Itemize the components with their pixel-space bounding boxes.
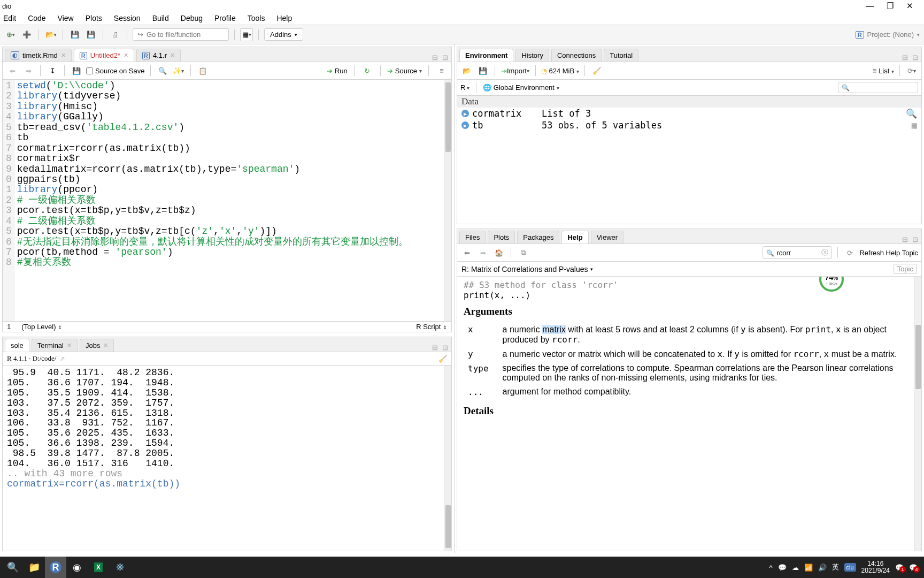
pane-minimize-icon[interactable]: ⊟ [902,54,908,62]
wand-icon[interactable]: ✨ [172,64,185,77]
forward-icon[interactable]: ➡ [22,64,35,77]
console-output[interactable]: 95.9 40.5 1171. 48.2 2836. 105. 36.6 170… [3,366,451,551]
menu-session[interactable]: Session [114,14,141,22]
wechat-tray-icon[interactable]: 💬 [778,564,787,572]
upload-tray-icon[interactable]: ☁ [792,564,799,572]
expand-icon[interactable]: ▶ [461,121,469,129]
menu-debug[interactable]: Debug [181,14,203,22]
goto-file-input[interactable]: ↪ Go to file/function [133,28,229,41]
popup-icon[interactable]: ⇗ [59,355,65,363]
load-workspace-icon[interactable]: 📂 [460,64,473,77]
tab-environment[interactable]: Environment [459,49,513,62]
clear-search-icon[interactable]: ⓧ [821,248,828,257]
tab-connections[interactable]: Connections [551,49,602,62]
pane-maximize-icon[interactable]: ⊡ [912,54,918,62]
pane-maximize-icon[interactable]: ⊡ [912,235,918,244]
menu-tools[interactable]: Tools [248,14,265,22]
env-search-input[interactable] [838,82,918,93]
menu-build[interactable]: Build [152,14,169,22]
refresh-env-icon[interactable]: ⟳ [905,64,918,77]
env-row-tb[interactable]: ▶ tb 53 obs. of 5 variables ▦ [457,119,921,131]
help-popout-icon[interactable]: ⧉ [517,246,529,259]
run-button[interactable]: ➔ Run [327,67,348,75]
find-in-topic-input[interactable]: Topic [894,264,917,274]
env-row-cormatrix[interactable]: ▶ cormatrix List of 3 🔍 ⸾ [457,108,921,119]
help-search-input[interactable]: rcorr ⓧ [763,246,832,259]
code-content[interactable]: setwd('D:\\code') library(tidyverse) lib… [15,80,410,321]
menu-plots[interactable]: Plots [86,14,102,22]
file-explorer-icon[interactable]: 📁 [24,557,45,578]
tab-files[interactable]: Files [459,231,486,244]
help-scrollbar[interactable] [914,277,921,551]
rerun-icon[interactable]: ↻ [361,64,374,77]
ime-indicator[interactable]: 英 [832,562,839,572]
outline-icon[interactable]: ≡ [435,64,448,77]
view-mode-list[interactable]: ≡ List [873,67,894,75]
minimize-icon[interactable]: ― [866,1,874,11]
tab-console[interactable]: sole [5,339,29,352]
save-workspace-icon[interactable]: 💾 [476,64,489,77]
tab-help[interactable]: Help [561,231,588,244]
close-icon[interactable]: ✕ [906,1,913,11]
print-icon[interactable]: 🖨 [109,28,121,41]
expand-icon[interactable]: ▶ [461,110,469,117]
tab-untitled2[interactable]: R Untitled2* ✕ [74,49,134,62]
scope-selector[interactable]: (Top Level) ⇕ [21,323,62,331]
tab-close-icon[interactable]: ✕ [61,52,66,59]
show-in-pane-icon[interactable]: ↧ [46,64,59,77]
maximize-icon[interactable]: ❐ [887,1,894,11]
new-project-icon[interactable]: ➕ [20,28,33,41]
tab-close-icon[interactable]: ✕ [67,342,72,349]
notebook-icon[interactable]: 📋 [196,64,209,77]
tab-terminal[interactable]: Terminal ✕ [32,339,78,352]
help-back-icon[interactable]: ⬅ [460,246,473,259]
menu-code[interactable]: Code [28,14,45,22]
clear-env-icon[interactable]: 🧹 [590,64,603,77]
source-button[interactable]: ➔ Source [387,67,422,75]
pane-minimize-icon[interactable]: ⊟ [432,344,438,352]
menu-profile[interactable]: Profile [214,14,236,22]
tab-41r[interactable]: R 4.1.r ✕ [136,49,181,62]
new-file-icon[interactable]: ⊕▾ [4,28,17,41]
tab-timetk[interactable]: ◐ timetk.Rmd ✕ [5,49,72,62]
tab-close-icon[interactable]: ✕ [103,342,108,349]
chrome-taskbar-icon[interactable]: ◉ [66,557,88,578]
help-content[interactable]: 74% ↑ 0K/s ## S3 method for class 'rcorr… [457,277,921,551]
help-forward-icon[interactable]: ➡ [476,246,489,259]
tray-expand-icon[interactable]: ^ [769,564,772,572]
clear-console-icon[interactable]: 🧹 [438,355,447,363]
table-view-icon[interactable]: ▦ [912,120,917,131]
file-type-selector[interactable]: R Script ⇕ [416,323,447,331]
tab-jobs[interactable]: Jobs ✕ [80,339,114,352]
menu-view[interactable]: View [58,14,74,22]
pane-minimize-icon[interactable]: ⊟ [432,54,438,62]
taskbar-clock[interactable]: 14:16 2021/9/24 [861,560,890,574]
rstudio-taskbar-icon[interactable]: R [45,557,66,578]
save-icon[interactable]: 💾 [68,28,81,41]
tab-tutorial[interactable]: Tutorial [604,49,638,62]
open-file-icon[interactable]: 📂▾ [44,28,57,41]
app-tray-icon[interactable]: clu [844,563,856,572]
import-button[interactable]: ⇥ Import [500,64,530,77]
tab-plots-pane[interactable]: Plots [488,231,515,244]
menu-edit[interactable]: Edit [3,14,16,22]
grid-icon[interactable]: ▦ [240,28,253,41]
help-home-icon[interactable]: 🏠 [492,246,505,259]
volume-tray-icon[interactable]: 🔊 [818,564,827,572]
pane-maximize-icon[interactable]: ⊡ [442,54,448,62]
addins-button[interactable]: Addins ▾ [264,28,303,41]
pane-minimize-icon[interactable]: ⊟ [902,235,908,244]
action-center-icon[interactable]: 💬4 [909,564,918,572]
save-icon[interactable]: 💾 [70,64,83,77]
lang-selector[interactable]: R [460,83,469,92]
menu-help[interactable]: Help [276,14,292,22]
tab-close-icon[interactable]: ✕ [170,52,175,59]
env-scope-selector[interactable]: 🌐 Global Environment [483,83,559,92]
wifi-tray-icon[interactable]: 📶 [804,564,813,572]
tab-history[interactable]: History [515,49,549,62]
find-icon[interactable]: 🔍 [156,64,169,77]
editor-scrollbar[interactable] [444,80,451,321]
refresh-help-label[interactable]: Refresh Help Topic [859,249,918,257]
tab-viewer[interactable]: Viewer [591,231,624,244]
app-taskbar-icon[interactable]: ❋ [109,557,130,578]
